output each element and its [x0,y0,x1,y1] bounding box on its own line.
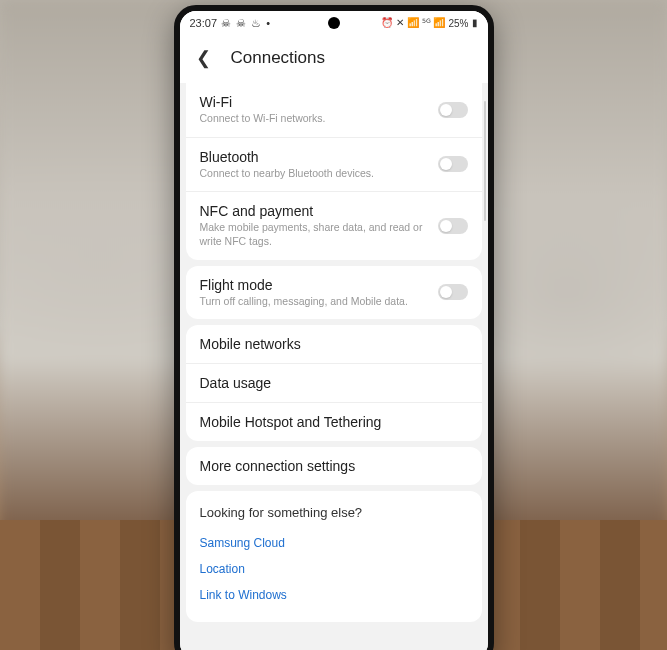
row-sub: Turn off calling, messaging, and Mobile … [200,295,438,309]
battery-icon: ▮ [472,18,478,28]
row-wifi[interactable]: Wi-Fi Connect to Wi-Fi networks. [186,83,482,138]
status-left-icons: ☠ ☠ ♨ • [221,17,271,30]
row-title: NFC and payment [200,203,438,219]
link-link-to-windows[interactable]: Link to Windows [200,582,468,608]
status-time: 23:07 [190,17,218,29]
row-bluetooth[interactable]: Bluetooth Connect to nearby Bluetooth de… [186,138,482,193]
wifi-toggle[interactable] [438,102,468,118]
section-mobile: Mobile networks Data usage Mobile Hotspo… [186,325,482,441]
battery-percent: 25% [448,18,468,29]
section-flight: Flight mode Turn off calling, messaging,… [186,266,482,320]
section-footer: Looking for something else? Samsung Clou… [186,491,482,622]
row-title: Bluetooth [200,149,438,165]
row-hotspot[interactable]: Mobile Hotspot and Tethering [186,403,482,441]
status-right-icons: ⏰ ✕ 📶 ⁵ᴳ 📶 [381,18,445,28]
row-title: Data usage [200,375,468,391]
phone-frame: 23:07 ☠ ☠ ♨ • ⏰ ✕ 📶 ⁵ᴳ 📶 25% ▮ ❮ Connect… [174,5,494,650]
settings-content[interactable]: Wi-Fi Connect to Wi-Fi networks. Bluetoo… [180,83,488,650]
footer-title: Looking for something else? [200,505,468,520]
row-sub: Make mobile payments, share data, and re… [200,221,438,248]
row-title: Flight mode [200,277,438,293]
scrollbar[interactable] [484,101,486,221]
row-mobile-networks[interactable]: Mobile networks [186,325,482,364]
row-data-usage[interactable]: Data usage [186,364,482,403]
section-more: More connection settings [186,447,482,485]
row-title: Mobile networks [200,336,468,352]
row-sub: Connect to Wi-Fi networks. [200,112,438,126]
row-sub: Connect to nearby Bluetooth devices. [200,167,438,181]
row-nfc[interactable]: NFC and payment Make mobile payments, sh… [186,192,482,259]
camera-cutout [328,17,340,29]
row-title: Mobile Hotspot and Tethering [200,414,468,430]
link-location[interactable]: Location [200,556,468,582]
row-title: More connection settings [200,458,468,474]
row-title: Wi-Fi [200,94,438,110]
row-flight-mode[interactable]: Flight mode Turn off calling, messaging,… [186,266,482,320]
nfc-toggle[interactable] [438,218,468,234]
back-icon[interactable]: ❮ [192,45,215,71]
bluetooth-toggle[interactable] [438,156,468,172]
flight-toggle[interactable] [438,284,468,300]
row-more-settings[interactable]: More connection settings [186,447,482,485]
page-title: Connections [231,48,326,68]
header: ❮ Connections [180,35,488,83]
link-samsung-cloud[interactable]: Samsung Cloud [200,530,468,556]
section-wireless: Wi-Fi Connect to Wi-Fi networks. Bluetoo… [186,83,482,260]
